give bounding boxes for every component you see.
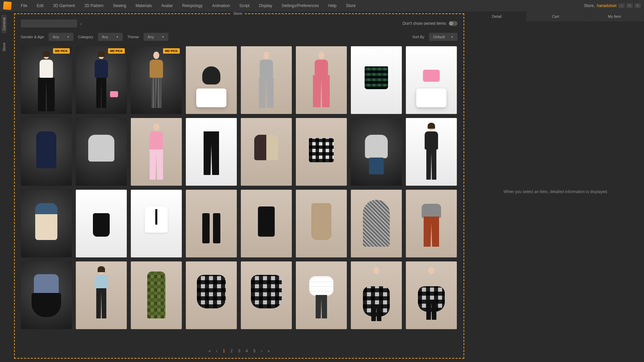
item-card[interactable] xyxy=(351,261,402,329)
item-card[interactable] xyxy=(241,46,292,114)
sort-label: Sort By xyxy=(412,35,424,39)
pagination: « ‹ 1 2 3 4 5 › » xyxy=(21,349,458,353)
menu-edit[interactable]: Edit xyxy=(33,2,47,9)
filter-theme-dropdown[interactable]: Any▼ xyxy=(144,33,168,41)
menu-display[interactable]: Display xyxy=(256,2,275,9)
page-2[interactable]: 2 xyxy=(230,349,233,353)
item-card[interactable]: MD PICK xyxy=(21,46,72,114)
filter-category-label: Category xyxy=(78,35,93,39)
menu-retopology[interactable]: Retopology xyxy=(179,2,206,9)
item-grid: MD PICK MD PICK MD PICK xyxy=(21,46,458,329)
item-card[interactable] xyxy=(76,118,127,186)
filter-category-value: Any xyxy=(102,35,108,39)
filter-gender-dropdown[interactable]: Any▼ xyxy=(49,33,73,41)
menu-3d-garment[interactable]: 3D Garment xyxy=(50,2,78,9)
item-card[interactable] xyxy=(406,261,457,329)
store-panel-title: Store xyxy=(231,11,245,15)
menu-help[interactable]: Help xyxy=(325,2,340,9)
item-card[interactable] xyxy=(186,190,237,257)
tab-detail[interactable]: Detail xyxy=(468,11,526,21)
item-card[interactable] xyxy=(131,190,182,257)
page-1[interactable]: 1 xyxy=(223,349,225,353)
item-card[interactable] xyxy=(21,118,72,186)
menu-store[interactable]: Store xyxy=(343,2,359,9)
filter-gender-value: Any xyxy=(53,35,59,39)
item-card[interactable] xyxy=(296,261,347,329)
item-card[interactable] xyxy=(241,261,292,329)
md-pick-badge: MD PICK xyxy=(163,48,180,54)
item-card[interactable]: MD PICK xyxy=(131,46,182,114)
item-card[interactable] xyxy=(186,118,237,186)
chevron-down-icon: ▼ xyxy=(67,36,69,39)
page-5[interactable]: 5 xyxy=(253,349,256,353)
vtab-general[interactable]: General xyxy=(1,15,7,33)
item-card[interactable] xyxy=(76,190,127,257)
chevron-down-icon: ▼ xyxy=(116,36,119,39)
menu-file[interactable]: File xyxy=(17,2,31,9)
page-first[interactable]: « xyxy=(209,349,211,353)
item-card[interactable] xyxy=(296,190,347,257)
item-card[interactable] xyxy=(21,261,72,329)
menu-settings[interactable]: Settings/Preferences xyxy=(278,2,322,9)
app-logo-icon[interactable] xyxy=(3,1,12,10)
menu-animation[interactable]: Animation xyxy=(209,2,233,9)
item-card[interactable] xyxy=(131,261,182,329)
item-card[interactable] xyxy=(186,46,237,114)
filter-gender-label: Gender & Age xyxy=(21,35,44,39)
username[interactable]: hanadulset xyxy=(597,3,616,8)
filter-theme-label: Theme xyxy=(127,35,139,39)
filter-theme-value: Any xyxy=(148,35,154,39)
menubar: File Edit 3D Garment 2D Pattern Sewing M… xyxy=(0,0,644,11)
tab-myitem[interactable]: My Item xyxy=(585,11,644,21)
dont-show-owned-toggle[interactable] xyxy=(449,21,458,26)
md-pick-badge: MD PICK xyxy=(53,48,70,54)
chevron-down-icon: ▼ xyxy=(162,36,164,39)
page-4[interactable]: 4 xyxy=(246,349,248,353)
main-menu: File Edit 3D Garment 2D Pattern Sewing M… xyxy=(17,2,359,9)
item-card[interactable] xyxy=(241,190,292,257)
menu-sewing[interactable]: Sewing xyxy=(110,2,129,9)
store-label: Store, xyxy=(584,3,595,8)
item-card[interactable] xyxy=(131,118,182,186)
vtab-store[interactable]: Store xyxy=(1,40,7,54)
item-card[interactable] xyxy=(406,118,457,186)
sort-dropdown[interactable]: Default▼ xyxy=(429,33,458,41)
page-next[interactable]: › xyxy=(261,349,262,353)
item-card[interactable] xyxy=(76,261,127,329)
right-panel: Detail Cart My Item When you select an i… xyxy=(468,11,644,362)
item-card[interactable] xyxy=(406,46,457,114)
item-card[interactable] xyxy=(296,46,347,114)
menu-2d-pattern[interactable]: 2D Pattern xyxy=(81,2,107,9)
filter-category-dropdown[interactable]: Any▼ xyxy=(98,33,123,41)
search-icon[interactable]: ⌕ xyxy=(80,21,82,26)
item-card[interactable] xyxy=(351,46,402,114)
item-card[interactable] xyxy=(351,118,402,186)
item-card[interactable]: MD PICK xyxy=(76,46,127,114)
menu-script[interactable]: Script xyxy=(236,2,253,9)
page-3[interactable]: 3 xyxy=(238,349,240,353)
sort-value: Default xyxy=(433,35,445,39)
md-pick-badge: MD PICK xyxy=(108,48,125,54)
tab-cart[interactable]: Cart xyxy=(526,11,585,21)
page-last[interactable]: » xyxy=(268,349,270,353)
menu-avatar[interactable]: Avatar xyxy=(158,2,176,9)
detail-placeholder: When you select an item, detailed inform… xyxy=(468,21,644,362)
dont-show-owned-label: Don't show owned items xyxy=(402,21,446,26)
item-card[interactable] xyxy=(241,118,292,186)
item-card[interactable] xyxy=(351,190,402,257)
search-input[interactable] xyxy=(21,19,77,27)
maximize-icon[interactable]: □ xyxy=(627,3,633,8)
item-card[interactable] xyxy=(186,261,237,329)
chevron-down-icon: ▼ xyxy=(451,36,453,39)
close-icon[interactable]: × xyxy=(635,3,641,8)
menu-materials[interactable]: Materials xyxy=(132,2,155,9)
right-tabs: Detail Cart My Item xyxy=(468,11,644,21)
item-card[interactable] xyxy=(21,190,72,257)
item-card[interactable] xyxy=(406,190,457,257)
store-panel: Store ⌕ Don't show owned items Gender & … xyxy=(8,11,468,362)
page-prev[interactable]: ‹ xyxy=(216,349,217,353)
left-vertical-tabs: General Store xyxy=(0,11,8,362)
item-card[interactable] xyxy=(296,118,347,186)
minimize-icon[interactable]: – xyxy=(619,3,625,8)
